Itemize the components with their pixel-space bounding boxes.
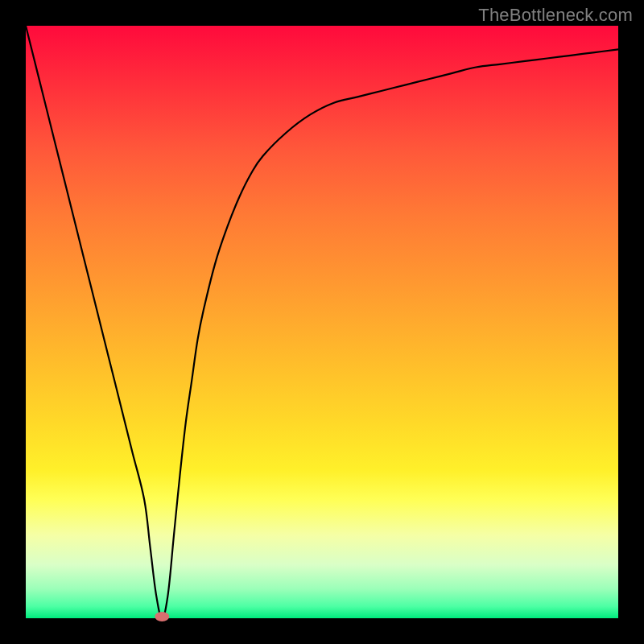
watermark-text: TheBottleneck.com	[478, 5, 633, 26]
minimum-marker	[155, 612, 169, 621]
plot-area	[26, 26, 618, 618]
curve-layer	[26, 26, 618, 618]
bottleneck-curve	[26, 26, 618, 618]
chart-frame: TheBottleneck.com	[0, 0, 644, 644]
